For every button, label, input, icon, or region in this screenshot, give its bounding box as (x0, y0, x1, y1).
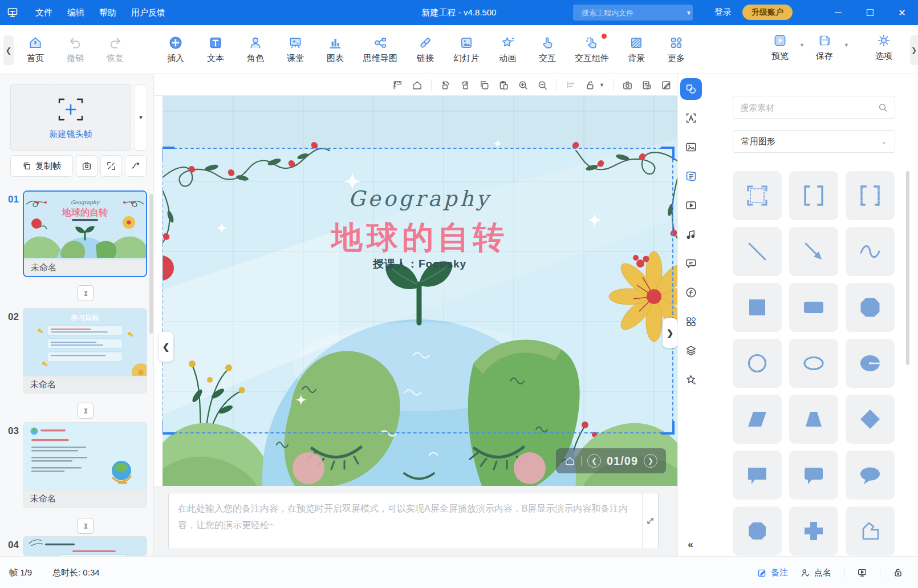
fit-view-button[interactable] (100, 155, 122, 177)
ruler-icon[interactable] (392, 80, 403, 91)
material-search-input[interactable] (740, 103, 878, 112)
zoom-out-icon[interactable] (537, 80, 548, 91)
tool-comment[interactable] (680, 253, 702, 274)
collapse-left-panel-tab[interactable]: ❮ (159, 332, 173, 362)
slide-1-name[interactable]: 未命名 (24, 259, 146, 276)
toolbar-mindmap[interactable]: 思维导图 (359, 35, 401, 64)
expand-notes-icon[interactable] (646, 517, 655, 525)
copy-frame-button[interactable]: 复制帧 (10, 155, 73, 177)
selection-handle[interactable] (163, 421, 174, 435)
shapes-scrollbar[interactable] (906, 171, 909, 365)
toolbar-expand-right[interactable]: ❯ (910, 35, 918, 65)
copy-icon[interactable] (479, 80, 490, 91)
new-frame-button[interactable]: 新建镜头帧 (10, 84, 131, 151)
close-button[interactable]: ✕ (886, 0, 918, 25)
snapshot-icon[interactable] (622, 80, 633, 91)
notes-toggle[interactable]: 备注 (757, 567, 788, 578)
tool-shapes[interactable] (680, 78, 702, 100)
toolbar-background[interactable]: 背景 (620, 35, 652, 64)
shape-callout-rounded[interactable] (789, 451, 838, 500)
align-icon[interactable] (566, 80, 576, 91)
edit-note-icon[interactable] (661, 80, 672, 91)
shape-callout-rectangle[interactable] (733, 451, 782, 500)
slide-3-name[interactable]: 未命名 (23, 490, 147, 507)
shape-circle[interactable] (733, 339, 782, 388)
lock-icon[interactable] (893, 567, 903, 578)
slide-thumbnail-1[interactable]: Geography 地球的自转 未命名 (23, 190, 147, 277)
tool-layers[interactable] (680, 340, 702, 362)
toolbar-interactive-widget[interactable]: 交互组件 (571, 35, 612, 64)
shape-ellipse[interactable] (789, 339, 838, 388)
shape-cross[interactable] (789, 506, 838, 555)
shape-rounded-rectangle[interactable] (789, 283, 838, 332)
slide-thumbnail-4[interactable] (23, 536, 147, 556)
next-page-button[interactable]: ❯ (644, 454, 657, 468)
slide-canvas[interactable]: Geography 地球的自转 授课人：Focusky ❮ 01/09 ❯ (163, 96, 677, 486)
selection-rectangle[interactable] (163, 148, 673, 433)
tool-widgets[interactable] (680, 311, 702, 332)
toolbar-options[interactable]: 选项 (854, 33, 913, 62)
transition-delay-button[interactable] (78, 403, 94, 419)
toolbar-interaction[interactable]: 交互 (531, 35, 563, 64)
toolbar-text[interactable]: 文本 (200, 35, 231, 64)
tool-material[interactable] (680, 165, 702, 187)
tool-image[interactable] (680, 136, 702, 158)
new-frame-dropdown[interactable]: ▼ (135, 84, 147, 151)
shape-line[interactable] (733, 227, 782, 276)
toolbar-insert[interactable]: 插入 (160, 35, 192, 64)
save-dropdown-caret[interactable]: ▼ (844, 42, 849, 48)
shape-octagon[interactable] (733, 506, 782, 555)
snapshot-button[interactable] (76, 155, 98, 177)
slide-2-name[interactable]: 未命名 (23, 376, 147, 393)
tool-favorites[interactable] (680, 369, 702, 391)
tool-music[interactable] (680, 224, 702, 245)
toolbar-preview[interactable]: 预览 ▼ (761, 33, 799, 62)
material-search[interactable] (733, 96, 895, 119)
shape-dashed-bracket-frame[interactable] (846, 171, 895, 220)
toolbar-save[interactable]: 保存 ▼ (806, 33, 843, 62)
transition-delay-button[interactable] (78, 518, 94, 534)
collapse-right-panel-button[interactable]: « (682, 537, 699, 552)
shape-category-select[interactable]: 常用图形 ⌄ (733, 130, 895, 153)
presenter-screen-icon[interactable] (857, 567, 867, 578)
menu-help[interactable]: 帮助 (99, 7, 116, 18)
toolbar-home[interactable]: 首页 (19, 35, 51, 64)
slide-thumbnail-2[interactable]: 学习目标 未命名 (23, 308, 147, 394)
shape-freeform[interactable] (846, 506, 895, 555)
shape-pie[interactable] (846, 339, 895, 388)
transition-delay-button[interactable] (78, 285, 94, 301)
project-search[interactable]: ▼ (573, 5, 693, 21)
toolbar-animation[interactable]: 动画 (492, 35, 523, 64)
path-button[interactable] (125, 155, 147, 177)
menu-file[interactable]: 文件 (35, 7, 52, 18)
shape-arrow[interactable] (789, 227, 838, 276)
toolbar-character[interactable]: 角色 (239, 35, 271, 64)
menu-feedback[interactable]: 用户反馈 (131, 7, 165, 18)
unlock-icon[interactable] (585, 80, 596, 91)
shape-square[interactable] (733, 283, 782, 332)
lock-dropdown-caret[interactable]: ▼ (599, 82, 604, 88)
shape-curve[interactable] (846, 227, 895, 276)
toolbar-chart[interactable]: 图表 (319, 35, 351, 64)
slide-thumbnail-3[interactable]: 未命名 (23, 422, 147, 508)
tool-flash[interactable] (680, 282, 702, 303)
selection-handle[interactable] (661, 147, 675, 160)
tool-video[interactable] (680, 194, 702, 216)
shape-callout-ellipse[interactable] (846, 451, 895, 500)
project-search-input[interactable] (582, 9, 682, 17)
rotate-left-icon[interactable] (440, 80, 451, 91)
search-dropdown-caret[interactable]: ▼ (686, 10, 692, 16)
shape-rounded-octagon[interactable] (846, 283, 895, 332)
shape-diamond[interactable] (846, 395, 895, 444)
history-icon[interactable] (641, 80, 652, 91)
home-view-icon[interactable] (412, 80, 423, 91)
toolbar-slideshow[interactable]: 幻灯片 (449, 35, 484, 64)
nav-home-icon[interactable] (564, 456, 575, 467)
toolbar-collapse-left[interactable]: ❮ (3, 35, 14, 65)
upgrade-account-button[interactable]: 升级账户 (742, 5, 793, 20)
selection-handle[interactable] (661, 421, 675, 435)
preview-dropdown-caret[interactable]: ▼ (799, 42, 805, 48)
rollcall-button[interactable]: 点名 (801, 567, 831, 578)
toolbar-redo[interactable]: 恢复 (99, 35, 131, 64)
rotate-right-icon[interactable] (460, 80, 470, 91)
